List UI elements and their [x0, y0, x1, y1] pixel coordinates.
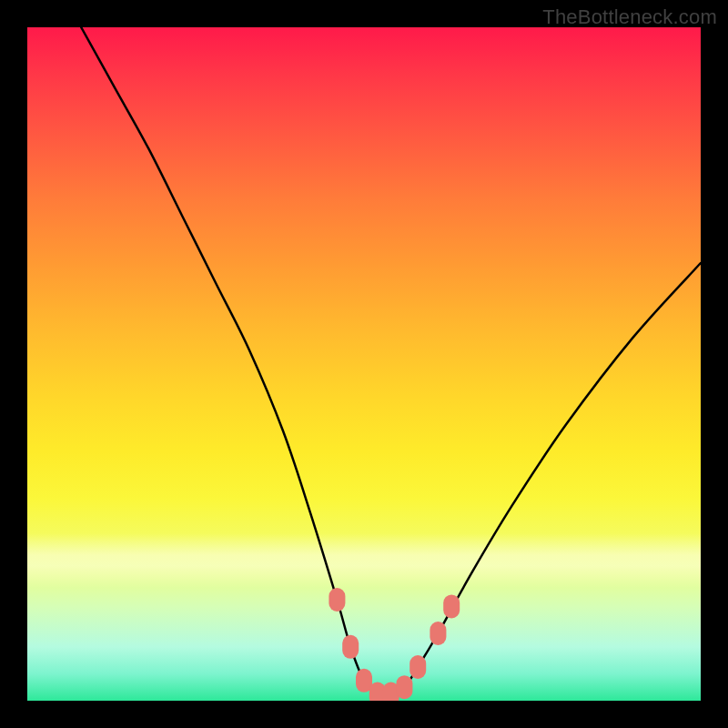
- curve-markers: [329, 588, 460, 701]
- chart-area: [27, 27, 701, 701]
- curve-svg: [27, 27, 701, 701]
- curve-marker: [342, 635, 359, 659]
- watermark-text: TheBottleneck.com: [542, 5, 717, 29]
- curve-marker: [430, 622, 446, 645]
- bottleneck-curve: [81, 27, 701, 695]
- curve-marker: [410, 655, 426, 679]
- curve-marker: [329, 588, 345, 612]
- curve-marker: [396, 675, 412, 699]
- curve-marker: [443, 594, 460, 618]
